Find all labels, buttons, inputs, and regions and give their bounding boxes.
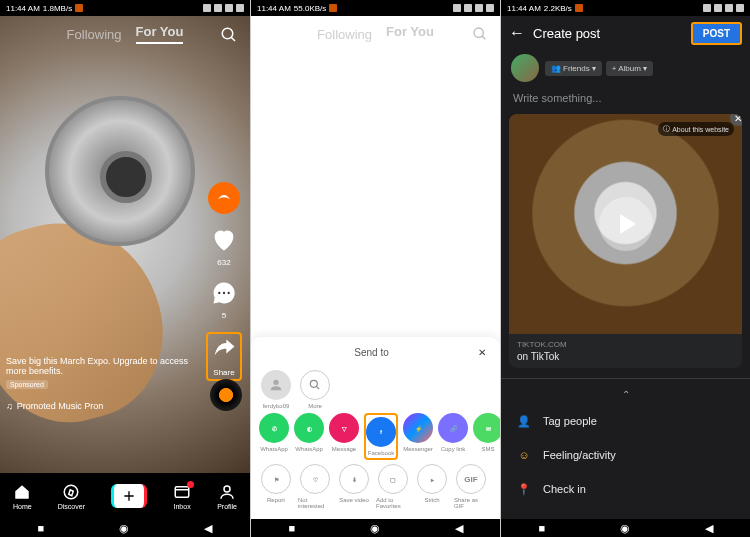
tag-icon: 👤 — [515, 412, 533, 430]
option-tag-people[interactable]: 👤 Tag people — [501, 404, 750, 438]
message-icon: ▽ — [329, 413, 359, 443]
app-indicator-icon — [329, 4, 337, 12]
share-facebook[interactable]: fFacebook — [364, 413, 398, 460]
facebook-create-post-screen: 11:44 AM 2.2KB/s ← Create post POST 👥Fri… — [500, 0, 750, 537]
like-button[interactable]: 632 — [210, 226, 238, 267]
music-info[interactable]: ♫ Promoted Music Pron — [6, 401, 103, 411]
create-post-header: ← Create post POST — [501, 16, 750, 50]
android-nav: ■ ◉ ◀ — [251, 519, 500, 537]
option-feeling[interactable]: ☺ Feeling/activity — [501, 438, 750, 472]
share-whatsapp[interactable]: ✆WhatsApp — [259, 413, 289, 460]
feed-tabs: Following For You — [251, 16, 500, 52]
nav-profile[interactable]: Profile — [217, 483, 237, 510]
svg-line-12 — [316, 386, 319, 389]
share-not-interested[interactable]: ♡Not interested — [298, 464, 332, 509]
search-icon[interactable] — [220, 26, 238, 46]
recent-apps-icon[interactable]: ■ — [288, 522, 295, 534]
svg-point-4 — [228, 292, 230, 294]
create-button[interactable] — [111, 484, 147, 508]
clock: 11:44 AM — [507, 4, 541, 13]
page-title: Create post — [533, 26, 600, 41]
home-icon[interactable]: ◉ — [370, 522, 380, 535]
home-icon[interactable]: ◉ — [119, 522, 129, 535]
tab-following[interactable]: Following — [67, 27, 122, 42]
back-icon[interactable]: ◀ — [705, 522, 713, 535]
whatsapp-icon: ✆ — [259, 413, 289, 443]
tab-for-you[interactable]: For You — [136, 24, 184, 44]
tab-following[interactable]: Following — [317, 27, 372, 42]
share-more[interactable]: More — [298, 370, 332, 409]
nav-discover[interactable]: Discover — [58, 483, 85, 510]
alibaba-icon[interactable] — [208, 182, 240, 214]
album-chip[interactable]: + Album ▾ — [606, 61, 653, 76]
share-copylink[interactable]: 🔗Copy link — [438, 413, 468, 460]
svg-point-3 — [223, 292, 225, 294]
create-post-body: ← Create post POST 👥Friends ▾ + Album ▾ … — [501, 16, 750, 519]
share-messenger[interactable]: ⚡Messenger — [403, 413, 433, 460]
share-stitch[interactable]: ▸Stitch — [415, 464, 449, 509]
about-website-pill[interactable]: ⓘAbout this website — [658, 122, 734, 136]
svg-point-0 — [222, 28, 233, 39]
like-count: 632 — [210, 258, 238, 267]
share-message[interactable]: ▽Message — [329, 413, 359, 460]
back-icon[interactable]: ◀ — [455, 522, 463, 535]
signal-icon — [214, 4, 222, 12]
battery-icon — [236, 4, 244, 12]
share-sms[interactable]: ✉SMS — [473, 413, 500, 460]
share-title: Send to — [265, 347, 478, 358]
share-save[interactable]: ⬇Save video — [337, 464, 371, 509]
audience-chip[interactable]: 👥Friends ▾ — [545, 61, 602, 76]
nav-home[interactable]: Home — [13, 483, 32, 510]
svg-line-9 — [482, 36, 485, 39]
search-icon — [300, 370, 330, 400]
status-bar: 11:44 AM 55.0KB/s — [251, 0, 500, 16]
share-contact[interactable]: ferdybo09 — [259, 370, 293, 409]
post-button[interactable]: POST — [691, 22, 742, 45]
bookmark-icon: ▢ — [378, 464, 408, 494]
signal-icon — [714, 4, 722, 12]
share-gif[interactable]: GIFShare as GIF — [454, 464, 488, 509]
recent-apps-icon[interactable]: ■ — [38, 522, 45, 534]
flag-icon: ⚑ — [261, 464, 291, 494]
battery-icon — [736, 4, 744, 12]
net-speed: 2.2KB/s — [544, 4, 572, 13]
preview-title: on TikTok — [517, 351, 734, 362]
nav-inbox[interactable]: Inbox — [173, 483, 191, 510]
svg-line-1 — [231, 37, 235, 41]
close-icon[interactable]: ✕ — [478, 347, 486, 358]
home-icon[interactable]: ◉ — [620, 522, 630, 535]
link-preview[interactable]: ⓘAbout this website ✕ TIKTOK.COM on TikT… — [509, 114, 742, 368]
status-bar: 11:44 AM 2.2KB/s — [501, 0, 750, 16]
back-icon[interactable]: ◀ — [204, 522, 212, 535]
music-disc-icon[interactable] — [210, 379, 242, 411]
sms-icon: ✉ — [473, 413, 500, 443]
user-row: 👥Friends ▾ + Album ▾ — [501, 50, 750, 86]
tab-for-you[interactable]: For You — [386, 24, 434, 44]
svg-rect-6 — [175, 486, 189, 497]
share-whatsapp-status[interactable]: ◐WhatsApp — [294, 413, 324, 460]
info-icon: ⓘ — [663, 124, 670, 134]
bluetooth-icon — [453, 4, 461, 12]
play-icon[interactable] — [599, 197, 653, 251]
friends-icon: 👥 — [551, 64, 561, 73]
bluetooth-icon — [703, 4, 711, 12]
feed-tabs: Following For You — [0, 16, 250, 52]
wifi-icon — [725, 4, 733, 12]
back-arrow-icon[interactable]: ← — [509, 24, 525, 42]
battery-icon — [486, 4, 494, 12]
expand-options-icon[interactable]: ⌃ — [501, 389, 750, 400]
location-icon: 📍 — [515, 480, 533, 498]
option-checkin[interactable]: 📍 Check in — [501, 472, 750, 506]
net-speed: 1.8MB/s — [43, 4, 72, 13]
post-text-input[interactable]: Write something... — [501, 86, 750, 110]
search-icon[interactable] — [472, 26, 488, 44]
video-feed[interactable]: Following For You 632 5 — [0, 16, 250, 481]
download-icon: ⬇ — [339, 464, 369, 494]
recent-apps-icon[interactable]: ■ — [538, 522, 545, 534]
share-report[interactable]: ⚑Report — [259, 464, 293, 509]
share-button[interactable]: Share — [206, 332, 242, 381]
comment-button[interactable]: 5 — [210, 279, 238, 320]
avatar[interactable] — [511, 54, 539, 82]
tiktok-share-screen: 11:44 AM 55.0KB/s Following For You — [250, 0, 500, 537]
share-favorite[interactable]: ▢Add to Favorites — [376, 464, 410, 509]
